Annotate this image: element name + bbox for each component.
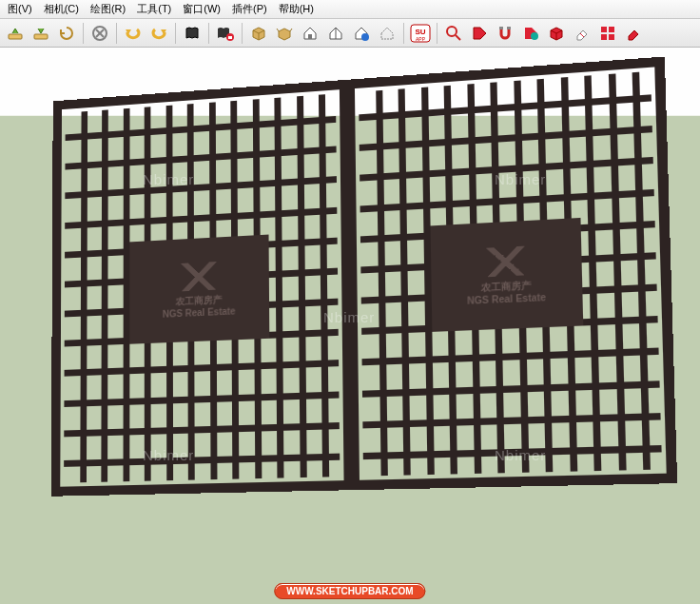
toolbar-separator [208,23,209,44]
toolbar-separator [175,23,176,44]
lattice-screen-model[interactable]: 农工商房产 NGS Real Estate 农工商房产 [51,56,677,496]
svg-rect-17 [601,27,607,32]
eraser-white-icon[interactable] [571,22,593,45]
svg-rect-20 [609,34,614,40]
svg-rect-14 [499,27,503,29]
svg-rect-0 [9,34,22,39]
badge-text-en: NGS Real Estate [163,305,236,319]
svg-point-16 [531,32,538,40]
svg-rect-7 [308,34,312,39]
tag-teal-icon[interactable] [519,22,542,45]
logo-icon [480,245,531,277]
box-icon[interactable] [247,22,270,45]
menu-bar[interactable]: 图(V) 相机(C) 绘图(R) 工具(T) 窗口(W) 插件(P) 帮助(H) [0,0,700,19]
svg-rect-15 [507,27,511,29]
toolbar-separator [403,23,404,44]
badge-text-en: NGS Real Estate [467,291,546,305]
tray-prev-icon[interactable] [4,22,27,45]
tray-next-icon[interactable] [29,22,52,45]
svg-point-12 [447,27,457,36]
magnify-icon[interactable] [442,22,465,45]
redo-arrow-icon[interactable] [147,22,170,45]
lattice-panel-left: 农工商房产 NGS Real Estate [51,80,354,497]
book-icon[interactable] [181,22,204,45]
menu-tools[interactable]: 工具(T) [131,0,177,18]
toolbar: SUAPP [0,19,700,48]
toolbar-separator [437,23,438,44]
house-open-icon[interactable] [324,22,347,45]
cube-red-icon[interactable] [545,22,568,45]
bottom-watermark-label: WWW.SKETCHUPBAR.COM [274,583,425,599]
svg-rect-18 [609,27,614,32]
house-dashed-icon[interactable] [376,22,399,45]
menu-help[interactable]: 帮助(H) [273,0,320,18]
toolbar-separator [116,23,117,44]
bottom-watermark: WWW.SKETCHUPBAR.COM [274,581,425,598]
cycle-icon[interactable] [55,22,78,45]
svg-rect-1 [34,34,48,39]
panel-center-badge: 农工商房产 NGS Real Estate [129,235,269,344]
viewport-3d[interactable]: 农工商房产 NGS Real Estate 农工商房产 [0,48,700,604]
menu-plugins[interactable]: 插件(P) [226,0,273,18]
delete-circle-icon[interactable] [88,22,111,45]
menu-view[interactable]: 图(V) [2,0,38,18]
module-icon[interactable] [596,22,619,45]
panel-center-badge: 农工商房产 NGS Real Estate [431,218,584,332]
svg-rect-19 [601,34,607,40]
house-blue-icon[interactable] [350,22,373,45]
menu-draw[interactable]: 绘图(R) [85,0,131,18]
eraser-red-icon[interactable] [622,22,645,45]
magnet-icon[interactable] [494,22,516,45]
book-lock-icon[interactable] [214,22,237,45]
menu-camera[interactable]: 相机(C) [38,0,85,18]
tag-red-icon[interactable] [468,22,491,45]
toolbar-separator [242,23,243,44]
lattice-panel-right: 农工商房产 NGS Real Estate [349,56,677,490]
svg-text:APP: APP [416,36,426,42]
svg-point-8 [361,33,369,41]
svg-rect-6 [228,36,232,39]
menu-window[interactable]: 窗口(W) [177,0,226,18]
undo-arrow-icon[interactable] [122,22,145,45]
svg-text:SU: SU [415,28,425,36]
logo-icon [176,261,223,291]
svg-line-13 [456,35,460,40]
house-icon[interactable] [299,22,321,45]
box-open-icon[interactable] [273,22,296,45]
su-app-icon[interactable]: SUAPP [409,22,432,45]
toolbar-separator [83,23,84,44]
